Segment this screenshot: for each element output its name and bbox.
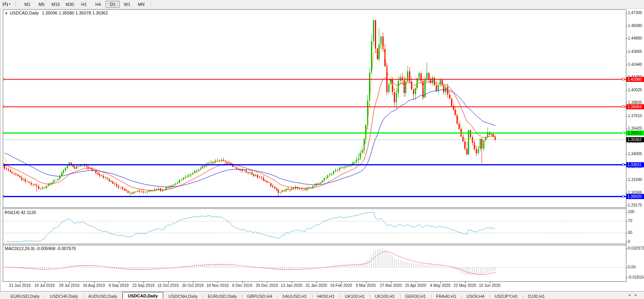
tab-uk100-h1[interactable]: UK100,H1: [370, 293, 400, 299]
chart-title: ▼USDCAD,Daily1.35096 1.35580 1.35078 1.3…: [5, 11, 108, 15]
date-label[interactable]: 10 Jul 2019: [35, 283, 55, 288]
timeframe-button-h4[interactable]: H4: [91, 1, 105, 8]
toolbar-grip: [15, 2, 18, 7]
tab-fra40-h1[interactable]: FRA40,H1: [431, 293, 461, 299]
date-label[interactable]: 10 Jun 2020: [479, 283, 500, 288]
tab-usdcnh-daily[interactable]: USDCNH,Daily: [163, 293, 203, 299]
price-tick-label: 1.31590: [628, 178, 644, 182]
tab-dj30-h1[interactable]: DJ30,H1: [523, 293, 550, 299]
level-label-1.33011: 1.33011: [626, 162, 644, 167]
chart-tab-bar: EURUSD,DailyUSDCHF,DailyAUDUSD,DailyUSDC…: [0, 291, 644, 299]
rsi-axis-label: 70: [628, 219, 632, 223]
date-label[interactable]: 30 Oct 2019: [182, 283, 203, 288]
date-label[interactable]: 6 Dec 2019: [232, 283, 252, 288]
price-tick-label: 1.34005: [628, 152, 644, 156]
date-label[interactable]: 9 Mar 2020: [356, 283, 376, 288]
tab-ger30-h1[interactable]: GER30,H1: [400, 293, 431, 299]
chart-type-dropdown-arrow-icon[interactable]: ▾: [9, 2, 14, 6]
macd-axis-label: 0.00: [628, 265, 635, 269]
timeframe-button-m5[interactable]: M5: [35, 1, 48, 8]
tab-hk50-h1[interactable]: HK50,H1: [312, 293, 340, 299]
date-label[interactable]: 13 Jan 2020: [281, 283, 302, 288]
date-label[interactable]: 25 Dec 2019: [256, 283, 278, 288]
rsi-axis-label: 100: [628, 210, 635, 214]
timeframe-button-group: M1M5M15M30H1H4D1W1MN: [20, 1, 148, 8]
toolbar-separator: [151, 1, 151, 7]
date-label[interactable]: 4 May 2020: [430, 283, 450, 288]
level-label-1.38464: 1.38464: [626, 104, 644, 109]
tab-gbpusd-h4[interactable]: GBPUSD,H4: [242, 293, 277, 299]
chart-window: ▼USDCAD,Daily1.35096 1.35580 1.35078 1.3…: [0, 9, 644, 291]
price-tick-label: 1.46080: [628, 24, 644, 28]
rsi-label: RSI(14) 42.1126: [5, 210, 36, 215]
date-label[interactable]: 15 Apr 2020: [405, 283, 426, 288]
price-tick-label: 1.40025: [628, 88, 644, 92]
ohlc-readout: 1.35096 1.35580 1.35078 1.35362: [42, 11, 108, 15]
tab-usdcad-daily[interactable]: USDCAD,Daily: [122, 292, 163, 299]
price-tick-label: 1.29175: [628, 203, 644, 207]
date-label[interactable]: 31 Jan 2020: [306, 283, 327, 288]
tab-usdjpy-h1[interactable]: USDJPY,H1: [489, 293, 523, 299]
price-tick-label: 1.44890: [628, 36, 644, 40]
rsi-axis-label: 30: [628, 231, 632, 235]
tab-list: EURUSD,DailyUSDCHF,DailyAUDUSD,DailyUSDC…: [0, 292, 550, 299]
level-label-1.35362: 1.35362: [626, 137, 644, 142]
level-label-1.36015: 1.36015: [626, 130, 644, 136]
tab-usdchf-daily[interactable]: USDCHF,Daily: [45, 293, 83, 299]
tab-usoil-h4[interactable]: USOil,H4: [461, 293, 489, 299]
timeframe-button-m30[interactable]: M30: [63, 1, 76, 8]
tab-audusd-daily[interactable]: AUDUSD,Daily: [83, 293, 122, 299]
date-label[interactable]: 19 Feb 2020: [330, 283, 352, 288]
timeframe-button-m1[interactable]: M1: [21, 1, 34, 8]
tab-scroll-right-icon[interactable]: ►: [634, 293, 641, 297]
tab-scroll-left-icon[interactable]: ◄: [628, 293, 634, 297]
date-label[interactable]: 21 Jun 2019: [9, 283, 31, 288]
tab-eurusd-daily[interactable]: EURUSD,Daily: [203, 293, 242, 299]
tab-xauusd-h1[interactable]: XAUUSD,H1: [277, 293, 312, 299]
tab-scroll-arrows: ◄►: [628, 293, 641, 297]
macd-label: MACD(12,26,9) -0.005968 -0.007570: [5, 246, 76, 251]
date-label[interactable]: 11 Oct 2019: [158, 283, 179, 288]
level-label-1.30020: 1.30020: [626, 194, 644, 199]
date-label[interactable]: 4 Sep 2019: [109, 283, 129, 288]
timeframe-button-h1[interactable]: H1: [77, 1, 91, 8]
date-label[interactable]: 27 Mar 2020: [380, 283, 402, 288]
timeframe-button-m15[interactable]: M15: [49, 1, 62, 8]
tab-uk100-h1[interactable]: UK100,H1: [340, 293, 370, 299]
date-label[interactable]: 29 Jul 2019: [59, 283, 80, 288]
price-tick-label: 1.36420: [628, 127, 644, 130]
price-tick-label: 1.43665: [628, 50, 644, 54]
timeframe-button-w1[interactable]: W1: [120, 1, 134, 8]
price-tick-label: 1.47305: [628, 11, 644, 15]
date-label[interactable]: 23 Sep 2019: [132, 283, 155, 288]
toolbar: ▾ M1M5M15M30H1H4D1W1MN: [0, 0, 644, 9]
rsi-axis-label: 0: [628, 240, 630, 244]
timeframe-button-d1[interactable]: D1: [106, 1, 120, 8]
date-label[interactable]: 22 May 2020: [454, 283, 477, 288]
collapse-icon[interactable]: ▼: [5, 12, 8, 15]
date-label[interactable]: 18 Nov 2019: [206, 283, 229, 288]
timeframe-button-mn[interactable]: MN: [135, 1, 148, 8]
chart-type-icon[interactable]: [1, 1, 9, 7]
level-label-1.41060: 1.41060: [626, 77, 644, 82]
macd-axis-label: 0.032972: [628, 246, 644, 250]
date-label[interactable]: 16 Aug 2019: [83, 283, 105, 288]
price-tick-label: 1.37610: [628, 114, 644, 118]
macd-axis-label: -0.018154: [628, 275, 644, 279]
price-chart-canvas[interactable]: [0, 9, 644, 291]
price-tick-label: 1.42440: [628, 63, 644, 67]
tab-eurusd-daily[interactable]: EURUSD,Daily: [5, 293, 45, 299]
symbol-title: USDCAD,Daily: [10, 11, 39, 15]
